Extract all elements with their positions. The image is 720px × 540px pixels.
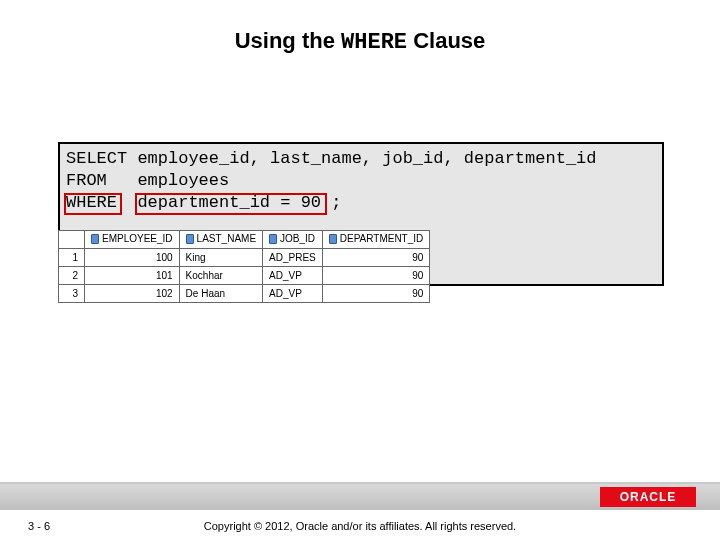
cell-last-name: King <box>179 249 262 267</box>
cell-department-id: 90 <box>322 267 430 285</box>
column-icon <box>186 234 194 244</box>
cell-last-name: Kochhar <box>179 267 262 285</box>
column-icon <box>91 234 99 244</box>
cell-department-id: 90 <box>322 285 430 303</box>
oracle-logo-text: ORACLE <box>620 490 677 504</box>
code-line-1: SELECT employee_id, last_name, job_id, d… <box>66 149 597 168</box>
table-row: 1 100 King AD_PRES 90 <box>59 249 430 267</box>
column-icon <box>269 234 277 244</box>
slide: Using the WHERE Clause SELECT employee_i… <box>0 0 720 540</box>
cell-job-id: AD_VP <box>263 267 323 285</box>
col-header-job-id-label: JOB_ID <box>280 233 315 244</box>
title-keyword: WHERE <box>341 30 407 55</box>
title-suffix: Clause <box>407 28 485 53</box>
cell-last-name: De Haan <box>179 285 262 303</box>
cell-employee-id: 101 <box>85 267 180 285</box>
col-header-job-id: JOB_ID <box>263 231 323 249</box>
title-prefix: Using the <box>235 28 341 53</box>
col-header-last-name-label: LAST_NAME <box>197 233 256 244</box>
cell-employee-id: 100 <box>85 249 180 267</box>
column-icon <box>329 234 337 244</box>
cell-employee-id: 102 <box>85 285 180 303</box>
col-header-department-id: DEPARTMENT_ID <box>322 231 430 249</box>
copyright-text: Copyright © 2012, Oracle and/or its affi… <box>0 520 720 532</box>
slide-title: Using the WHERE Clause <box>0 28 720 55</box>
oracle-logo: ORACLE <box>600 487 696 507</box>
col-header-employee-id: EMPLOYEE_ID <box>85 231 180 249</box>
row-number-cell: 2 <box>59 267 85 285</box>
col-header-employee-id-label: EMPLOYEE_ID <box>102 233 173 244</box>
row-number-cell: 3 <box>59 285 85 303</box>
col-header-department-id-label: DEPARTMENT_ID <box>340 233 424 244</box>
row-number-header <box>59 231 85 249</box>
cell-department-id: 90 <box>322 249 430 267</box>
table-header-row: EMPLOYEE_ID LAST_NAME JOB_ID DEPARTMENT_… <box>59 231 430 249</box>
row-number-cell: 1 <box>59 249 85 267</box>
col-header-last-name: LAST_NAME <box>179 231 262 249</box>
code-line-3: WHERE department_id = 90 ; <box>66 193 341 212</box>
table-row: 3 102 De Haan AD_VP 90 <box>59 285 430 303</box>
table-row: 2 101 Kochhar AD_VP 90 <box>59 267 430 285</box>
cell-job-id: AD_PRES <box>263 249 323 267</box>
cell-job-id: AD_VP <box>263 285 323 303</box>
results-table: EMPLOYEE_ID LAST_NAME JOB_ID DEPARTMENT_… <box>58 230 430 303</box>
code-line-2: FROM employees <box>66 171 229 190</box>
